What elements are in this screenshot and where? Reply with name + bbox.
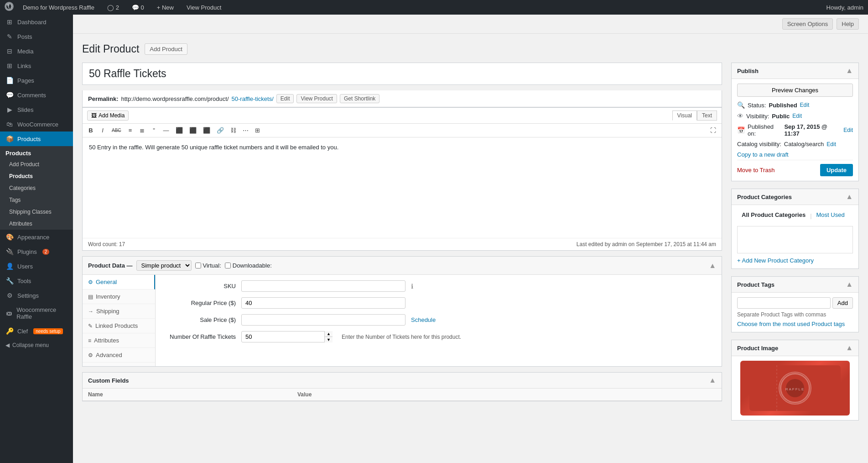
adminbar-comments[interactable]: 💬 0 bbox=[128, 4, 148, 11]
pd-tab-attributes[interactable]: ≡ Attributes bbox=[83, 333, 155, 348]
visibility-edit-link[interactable]: Edit bbox=[792, 113, 802, 119]
add-media-button[interactable]: 🖼 Add Media bbox=[87, 110, 129, 121]
toolbar-link[interactable]: 🔗 bbox=[214, 126, 227, 135]
downloadable-checkbox[interactable] bbox=[225, 263, 231, 268]
permalink-slug[interactable]: 50-raffle-tickets/ bbox=[232, 95, 274, 102]
schedule-link[interactable]: Schedule bbox=[411, 316, 436, 323]
add-tag-button[interactable]: Add bbox=[832, 297, 853, 309]
product-title-input[interactable] bbox=[83, 63, 722, 84]
screen-options-button[interactable]: Screen Options bbox=[782, 18, 833, 30]
get-shortlink-btn[interactable]: Get Shortlink bbox=[340, 94, 379, 103]
pd-tab-general[interactable]: ⚙ General bbox=[83, 275, 155, 289]
visual-tab[interactable]: Visual bbox=[672, 110, 697, 121]
toolbar-hr[interactable]: — bbox=[161, 126, 172, 135]
adminbar-new[interactable]: + New bbox=[153, 4, 177, 11]
product-image-toggle[interactable]: ▲ bbox=[846, 344, 853, 352]
toolbar-more[interactable]: ⋯ bbox=[240, 126, 251, 135]
sidebar-item-media[interactable]: ⊟ Media bbox=[0, 44, 73, 58]
submenu-tags[interactable]: Tags bbox=[0, 194, 73, 206]
published-edit-link[interactable]: Edit bbox=[843, 127, 853, 133]
side-column: Publish ▲ Preview Changes 🔍 Status: Publ… bbox=[731, 63, 859, 428]
submenu-add-product[interactable]: Add Product bbox=[0, 158, 73, 170]
custom-fields-toggle[interactable]: ▲ bbox=[709, 376, 716, 384]
raffle-tickets-input[interactable] bbox=[241, 331, 333, 342]
sidebar-item-appearance[interactable]: 🎨 Appearance bbox=[0, 230, 73, 244]
toolbar-table[interactable]: ⊞ bbox=[252, 126, 263, 135]
wp-logo-icon[interactable] bbox=[5, 2, 14, 13]
add-product-button[interactable]: Add Product bbox=[145, 43, 187, 55]
catalog-edit-link[interactable]: Edit bbox=[826, 141, 836, 147]
add-new-category-link[interactable]: + Add New Product Category bbox=[737, 257, 814, 264]
pd-tab-inventory[interactable]: ▤ Inventory bbox=[83, 289, 155, 304]
sidebar-item-tools[interactable]: 🔧 Tools bbox=[0, 274, 73, 288]
help-button[interactable]: Help bbox=[837, 18, 859, 30]
toolbar-unlink[interactable]: ⛓ bbox=[228, 126, 239, 135]
preview-changes-button[interactable]: Preview Changes bbox=[737, 84, 853, 97]
all-categories-tab[interactable]: All Product Categories bbox=[737, 210, 810, 222]
toolbar-bold[interactable]: B bbox=[85, 126, 96, 135]
sale-price-input[interactable] bbox=[241, 314, 405, 326]
toolbar-ol[interactable]: ≣ bbox=[137, 126, 148, 135]
submenu-categories[interactable]: Categories bbox=[0, 182, 73, 194]
sidebar-item-slides[interactable]: ▶ Slides bbox=[0, 102, 73, 117]
sidebar-item-woocommerce[interactable]: 🛍 WooCommerce bbox=[0, 117, 73, 132]
product-type-select[interactable]: Simple product bbox=[136, 260, 192, 271]
submenu-shipping-classes[interactable]: Shipping Classes bbox=[0, 206, 73, 218]
sidebar-item-dashboard[interactable]: ⊞ Dashboard bbox=[0, 15, 73, 29]
sidebar-item-plugins[interactable]: 🔌 Plugins 2 bbox=[0, 244, 73, 259]
move-trash-link[interactable]: Move to Trash bbox=[737, 167, 774, 174]
raffle-tickets-down[interactable]: ▼ bbox=[324, 337, 333, 342]
categories-list[interactable] bbox=[737, 226, 853, 253]
sidebar-item-products[interactable]: 📦 Products bbox=[0, 132, 73, 146]
sidebar-item-woocommerce-raffle[interactable]: 🎟 Woocommerce Raffle bbox=[0, 303, 73, 324]
product-image[interactable]: RAFFLE RAFFLE bbox=[740, 361, 850, 416]
adminbar-site-name[interactable]: Demo for Wordpress Raffle bbox=[19, 4, 98, 11]
adminbar-updates[interactable]: ◯ 2 bbox=[104, 4, 123, 11]
toolbar-fullscreen[interactable]: ⛶ bbox=[707, 126, 719, 135]
categories-toggle[interactable]: ▲ bbox=[846, 193, 853, 201]
adminbar-view-product[interactable]: View Product bbox=[183, 4, 225, 11]
toolbar-align-left[interactable]: ⬛ bbox=[173, 126, 186, 135]
sidebar-item-posts[interactable]: ✎ Posts bbox=[0, 29, 73, 44]
dashboard-icon: ⊞ bbox=[5, 18, 14, 26]
publish-toggle[interactable]: ▲ bbox=[846, 67, 853, 75]
regular-price-input[interactable] bbox=[241, 297, 405, 309]
submenu-products[interactable]: Products bbox=[0, 170, 73, 182]
pd-tab-linked[interactable]: ✎ Linked Products bbox=[83, 319, 155, 333]
editor-content[interactable]: 50 Entry in the raffle. Will generate 50… bbox=[83, 137, 722, 238]
toolbar-align-center[interactable]: ⬛ bbox=[187, 126, 199, 135]
status-edit-link[interactable]: Edit bbox=[800, 102, 810, 108]
collapse-menu-btn[interactable]: ◀ Collapse menu bbox=[0, 338, 73, 352]
view-product-btn[interactable]: View Product bbox=[296, 94, 337, 103]
choose-tags-link[interactable]: Choose from the most used Product tags bbox=[737, 321, 845, 327]
sku-input[interactable] bbox=[241, 280, 405, 292]
most-used-tab[interactable]: Most Used bbox=[812, 210, 849, 222]
sidebar-item-comments[interactable]: 💬 Comments bbox=[0, 88, 73, 102]
copy-draft-link[interactable]: Copy to a new draft bbox=[737, 151, 789, 158]
pd-tab-advanced[interactable]: ⚙ Advanced bbox=[83, 348, 155, 363]
sidebar-item-settings[interactable]: ⚙ Settings bbox=[0, 288, 73, 303]
submenu-attributes[interactable]: Attributes bbox=[0, 218, 73, 230]
regular-price-field-row: Regular Price ($) bbox=[163, 297, 714, 309]
toolbar-italic[interactable]: I bbox=[97, 126, 108, 135]
update-button[interactable]: Update bbox=[820, 164, 853, 176]
toolbar-blockquote[interactable]: " bbox=[149, 126, 160, 135]
tags-input[interactable] bbox=[737, 297, 831, 309]
sale-price-field-row: Sale Price ($) Schedule bbox=[163, 314, 714, 326]
pd-tab-shipping[interactable]: → Shipping bbox=[83, 304, 155, 319]
raffle-tickets-up[interactable]: ▲ bbox=[324, 331, 333, 337]
text-tab[interactable]: Text bbox=[697, 110, 717, 121]
sidebar-item-clef[interactable]: 🔑 Clef needs setup bbox=[0, 324, 73, 338]
toolbar-ul[interactable]: ≡ bbox=[125, 126, 136, 135]
products-submenu: Products Add Product Products Categories… bbox=[0, 146, 73, 230]
product-data-toggle[interactable]: ▲ bbox=[709, 262, 716, 270]
toolbar-align-right[interactable]: ⬛ bbox=[200, 126, 213, 135]
tags-toggle[interactable]: ▲ bbox=[846, 280, 853, 289]
sidebar-item-pages[interactable]: 📄 Pages bbox=[0, 73, 73, 88]
virtual-checkbox[interactable] bbox=[195, 263, 201, 268]
permalink-edit-btn[interactable]: Edit bbox=[276, 94, 294, 103]
sidebar-item-links[interactable]: ⊞ Links bbox=[0, 58, 73, 73]
sidebar-item-users[interactable]: 👤 Users bbox=[0, 259, 73, 274]
links-icon: ⊞ bbox=[5, 62, 14, 69]
toolbar-abc[interactable]: ABC bbox=[109, 126, 124, 134]
